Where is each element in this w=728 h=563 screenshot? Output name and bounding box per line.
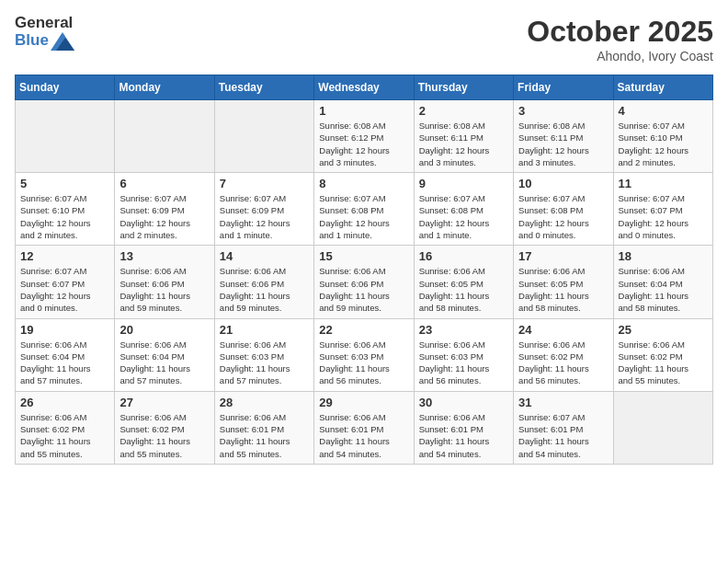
day-number: 15 xyxy=(319,249,408,263)
day-info: Sunrise: 6:06 AM Sunset: 6:06 PM Dayligh… xyxy=(319,265,408,314)
day-cell-4-5: 31Sunrise: 6:07 AM Sunset: 6:01 PM Dayli… xyxy=(514,391,613,464)
day-info: Sunrise: 6:06 AM Sunset: 6:03 PM Dayligh… xyxy=(220,339,309,387)
calendar-table: Sunday Monday Tuesday Wednesday Thursday… xyxy=(15,75,713,465)
day-number: 31 xyxy=(518,396,608,409)
day-number: 24 xyxy=(518,323,608,337)
day-number: 7 xyxy=(220,177,309,190)
day-cell-3-3: 22Sunrise: 6:06 AM Sunset: 6:03 PM Dayli… xyxy=(314,318,414,391)
day-info: Sunrise: 6:07 AM Sunset: 6:07 PM Dayligh… xyxy=(20,265,109,314)
header-sunday: Sunday xyxy=(16,75,115,100)
day-info: Sunrise: 6:07 AM Sunset: 6:08 PM Dayligh… xyxy=(419,192,508,241)
day-number: 1 xyxy=(319,104,408,118)
day-cell-0-3: 1Sunrise: 6:08 AM Sunset: 6:12 PM Daylig… xyxy=(314,100,414,173)
day-cell-1-5: 10Sunrise: 6:07 AM Sunset: 6:08 PM Dayli… xyxy=(514,173,613,246)
weekday-header-row: Sunday Monday Tuesday Wednesday Thursday… xyxy=(16,75,713,100)
day-info: Sunrise: 6:08 AM Sunset: 6:11 PM Dayligh… xyxy=(518,120,608,168)
day-number: 30 xyxy=(419,396,508,409)
day-info: Sunrise: 6:06 AM Sunset: 6:03 PM Dayligh… xyxy=(419,339,508,387)
week-row-4: 19Sunrise: 6:06 AM Sunset: 6:04 PM Dayli… xyxy=(16,318,713,391)
day-cell-0-0 xyxy=(16,100,115,173)
day-number: 13 xyxy=(119,249,209,263)
day-info: Sunrise: 6:08 AM Sunset: 6:12 PM Dayligh… xyxy=(319,120,408,168)
day-info: Sunrise: 6:07 AM Sunset: 6:10 PM Dayligh… xyxy=(619,120,708,168)
day-cell-1-1: 6Sunrise: 6:07 AM Sunset: 6:09 PM Daylig… xyxy=(115,173,214,246)
day-info: Sunrise: 6:06 AM Sunset: 6:01 PM Dayligh… xyxy=(220,411,309,460)
header: General Blue October 2025 Ahondo, Ivory … xyxy=(15,15,713,63)
day-info: Sunrise: 6:07 AM Sunset: 6:08 PM Dayligh… xyxy=(319,192,408,241)
day-number: 21 xyxy=(220,323,309,337)
day-number: 14 xyxy=(220,249,309,263)
day-cell-2-4: 16Sunrise: 6:06 AM Sunset: 6:05 PM Dayli… xyxy=(414,246,513,318)
day-number: 18 xyxy=(619,249,708,263)
day-cell-3-1: 20Sunrise: 6:06 AM Sunset: 6:04 PM Dayli… xyxy=(115,318,214,391)
calendar-page: General Blue October 2025 Ahondo, Ivory … xyxy=(0,0,728,479)
day-info: Sunrise: 6:06 AM Sunset: 6:06 PM Dayligh… xyxy=(220,265,309,314)
day-number: 28 xyxy=(220,396,309,409)
day-cell-4-0: 26Sunrise: 6:06 AM Sunset: 6:02 PM Dayli… xyxy=(16,391,115,464)
day-number: 6 xyxy=(119,177,209,190)
day-number: 8 xyxy=(319,177,408,190)
day-cell-2-3: 15Sunrise: 6:06 AM Sunset: 6:06 PM Dayli… xyxy=(314,246,414,318)
day-info: Sunrise: 6:06 AM Sunset: 6:02 PM Dayligh… xyxy=(619,339,708,387)
day-cell-2-6: 18Sunrise: 6:06 AM Sunset: 6:04 PM Dayli… xyxy=(613,246,712,318)
day-number: 20 xyxy=(119,323,209,337)
day-cell-0-2 xyxy=(214,100,313,173)
day-cell-1-0: 5Sunrise: 6:07 AM Sunset: 6:10 PM Daylig… xyxy=(16,173,115,246)
day-number: 12 xyxy=(20,249,109,263)
day-info: Sunrise: 6:06 AM Sunset: 6:04 PM Dayligh… xyxy=(619,265,708,314)
day-cell-2-0: 12Sunrise: 6:07 AM Sunset: 6:07 PM Dayli… xyxy=(16,246,115,318)
day-info: Sunrise: 6:07 AM Sunset: 6:01 PM Dayligh… xyxy=(518,411,608,460)
day-number: 27 xyxy=(119,396,209,409)
day-number: 29 xyxy=(319,396,408,409)
day-cell-3-6: 25Sunrise: 6:06 AM Sunset: 6:02 PM Dayli… xyxy=(613,318,712,391)
header-thursday: Thursday xyxy=(414,75,513,100)
day-cell-2-5: 17Sunrise: 6:06 AM Sunset: 6:05 PM Dayli… xyxy=(514,246,613,318)
day-info: Sunrise: 6:06 AM Sunset: 6:03 PM Dayligh… xyxy=(319,339,408,387)
day-number: 22 xyxy=(319,323,408,337)
day-cell-4-1: 27Sunrise: 6:06 AM Sunset: 6:02 PM Dayli… xyxy=(115,391,214,464)
day-cell-4-4: 30Sunrise: 6:06 AM Sunset: 6:01 PM Dayli… xyxy=(414,391,513,464)
header-friday: Friday xyxy=(514,75,613,100)
day-cell-1-4: 9Sunrise: 6:07 AM Sunset: 6:08 PM Daylig… xyxy=(414,173,513,246)
day-cell-4-3: 29Sunrise: 6:06 AM Sunset: 6:01 PM Dayli… xyxy=(314,391,414,464)
header-saturday: Saturday xyxy=(613,75,712,100)
day-cell-2-2: 14Sunrise: 6:06 AM Sunset: 6:06 PM Dayli… xyxy=(214,246,313,318)
day-cell-1-2: 7Sunrise: 6:07 AM Sunset: 6:09 PM Daylig… xyxy=(214,173,313,246)
day-number: 23 xyxy=(419,323,508,337)
day-info: Sunrise: 6:08 AM Sunset: 6:11 PM Dayligh… xyxy=(419,120,508,168)
day-info: Sunrise: 6:06 AM Sunset: 6:02 PM Dayligh… xyxy=(119,411,209,460)
day-number: 11 xyxy=(619,177,708,190)
week-row-5: 26Sunrise: 6:06 AM Sunset: 6:02 PM Dayli… xyxy=(16,391,713,464)
day-cell-0-5: 3Sunrise: 6:08 AM Sunset: 6:11 PM Daylig… xyxy=(514,100,613,173)
day-cell-4-2: 28Sunrise: 6:06 AM Sunset: 6:01 PM Dayli… xyxy=(214,391,313,464)
day-info: Sunrise: 6:06 AM Sunset: 6:04 PM Dayligh… xyxy=(20,339,109,387)
month-title: October 2025 xyxy=(527,15,713,49)
day-number: 9 xyxy=(419,177,508,190)
day-number: 25 xyxy=(619,323,708,337)
day-cell-3-2: 21Sunrise: 6:06 AM Sunset: 6:03 PM Dayli… xyxy=(214,318,313,391)
day-number: 5 xyxy=(20,177,109,190)
day-number: 2 xyxy=(419,104,508,118)
day-number: 19 xyxy=(20,323,109,337)
day-info: Sunrise: 6:06 AM Sunset: 6:05 PM Dayligh… xyxy=(419,265,508,314)
day-cell-4-6 xyxy=(613,391,712,464)
week-row-3: 12Sunrise: 6:07 AM Sunset: 6:07 PM Dayli… xyxy=(16,246,713,318)
logo-general: General xyxy=(15,15,74,32)
day-info: Sunrise: 6:06 AM Sunset: 6:01 PM Dayligh… xyxy=(419,411,508,460)
day-cell-0-1 xyxy=(115,100,214,173)
day-info: Sunrise: 6:06 AM Sunset: 6:06 PM Dayligh… xyxy=(119,265,209,314)
header-tuesday: Tuesday xyxy=(214,75,313,100)
day-number: 4 xyxy=(619,104,708,118)
day-cell-3-0: 19Sunrise: 6:06 AM Sunset: 6:04 PM Dayli… xyxy=(16,318,115,391)
day-info: Sunrise: 6:06 AM Sunset: 6:05 PM Dayligh… xyxy=(518,265,608,314)
title-block: October 2025 Ahondo, Ivory Coast xyxy=(527,15,713,63)
day-info: Sunrise: 6:07 AM Sunset: 6:09 PM Dayligh… xyxy=(220,192,309,241)
day-number: 26 xyxy=(20,396,109,409)
header-wednesday: Wednesday xyxy=(314,75,414,100)
day-info: Sunrise: 6:07 AM Sunset: 6:10 PM Dayligh… xyxy=(20,192,109,241)
day-cell-0-4: 2Sunrise: 6:08 AM Sunset: 6:11 PM Daylig… xyxy=(414,100,513,173)
day-info: Sunrise: 6:07 AM Sunset: 6:07 PM Dayligh… xyxy=(619,192,708,241)
day-cell-3-4: 23Sunrise: 6:06 AM Sunset: 6:03 PM Dayli… xyxy=(414,318,513,391)
day-info: Sunrise: 6:07 AM Sunset: 6:08 PM Dayligh… xyxy=(518,192,608,241)
logo-icon xyxy=(51,32,74,51)
